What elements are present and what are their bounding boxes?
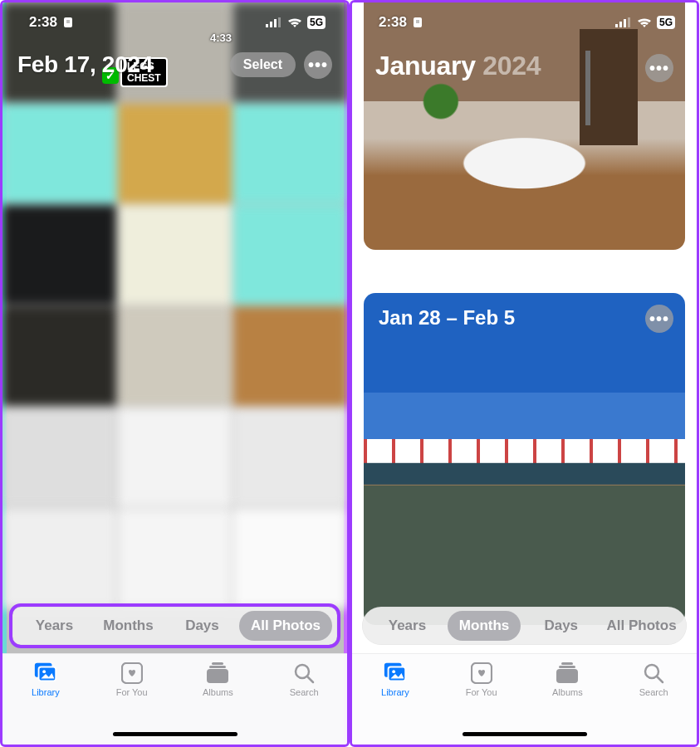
tab-for-you[interactable]: For You <box>438 662 525 697</box>
status-bar: 2:38 5G <box>352 2 697 42</box>
photo-thumb[interactable] <box>233 408 347 507</box>
month-title: January 2024 <box>375 51 541 81</box>
tab-albums[interactable]: Albums <box>175 662 262 697</box>
svg-rect-4 <box>274 19 277 27</box>
content-area: 2:38 5G 4:33 ✓ LEGSCHEST Feb 17, 2024 <box>2 2 347 745</box>
tab-label: Search <box>639 687 668 697</box>
svg-rect-5 <box>278 17 281 27</box>
svg-point-23 <box>392 670 395 673</box>
library-icon <box>33 662 58 684</box>
svg-rect-3 <box>270 22 272 27</box>
tab-for-you[interactable]: For You <box>89 662 175 697</box>
tab-label: Albums <box>203 687 233 697</box>
header-row: Feb 17, 2024 Select ••• <box>2 51 347 79</box>
svg-rect-10 <box>212 662 223 665</box>
wifi-icon <box>287 17 302 28</box>
status-bar: 2:38 5G <box>2 2 347 42</box>
svg-line-29 <box>657 676 663 682</box>
home-indicator[interactable] <box>463 732 587 736</box>
tab-search[interactable]: Search <box>610 662 697 697</box>
albums-icon <box>205 662 230 684</box>
tab-label: Search <box>290 687 319 697</box>
search-icon <box>291 662 316 684</box>
more-button[interactable]: ••• <box>304 51 332 79</box>
month-year: 2024 <box>482 51 541 81</box>
svg-rect-19 <box>624 19 626 27</box>
tab-label: Albums <box>552 687 583 697</box>
photo-thumb[interactable] <box>2 509 116 608</box>
svg-rect-2 <box>266 24 268 27</box>
tab-search[interactable]: Search <box>261 662 347 697</box>
svg-rect-17 <box>615 24 618 27</box>
tab-albums[interactable]: Albums <box>525 662 611 697</box>
wifi-icon <box>637 17 652 28</box>
week-card[interactable]: Jan 28 – Feb 5 ••• <box>364 293 685 625</box>
card-icon <box>412 17 423 28</box>
scope-years[interactable]: Years <box>17 611 91 641</box>
svg-rect-16 <box>416 20 419 23</box>
scope-all-photos[interactable]: All Photos <box>601 611 682 641</box>
scope-years[interactable]: Years <box>367 611 448 641</box>
svg-rect-25 <box>561 662 573 665</box>
time-scope-segmented[interactable]: Years Months Days All Photos <box>362 607 687 645</box>
time-scope-segmented[interactable]: Years Months Days All Photos <box>12 607 337 645</box>
date-title: Feb 17, 2024 <box>17 51 153 78</box>
albums-icon <box>555 662 580 684</box>
month-more-button[interactable]: ••• <box>645 54 673 82</box>
photo-thumb[interactable] <box>2 205 116 305</box>
for-you-icon <box>469 662 494 684</box>
scope-days[interactable]: Days <box>521 611 601 641</box>
photo-thumb[interactable] <box>233 509 347 608</box>
photo-thumb[interactable] <box>118 509 232 608</box>
signal-icon <box>266 17 282 27</box>
content-area: ••• 2:38 5G January 2024 <box>352 2 697 745</box>
for-you-icon <box>120 662 144 684</box>
photo-thumb[interactable] <box>233 205 347 305</box>
photo-thumb[interactable] <box>118 408 232 507</box>
week-more-button[interactable]: ••• <box>645 305 673 333</box>
home-indicator[interactable] <box>113 732 237 736</box>
svg-point-8 <box>42 670 46 673</box>
photo-thumb[interactable] <box>2 104 116 203</box>
scope-days[interactable]: Days <box>165 611 239 641</box>
photo-thumb[interactable] <box>2 408 116 507</box>
tab-label: For You <box>116 687 148 697</box>
tab-label: Library <box>381 687 409 697</box>
tab-label: Library <box>32 687 60 697</box>
tab-bar: Library For You Albums Search <box>2 653 347 745</box>
svg-line-14 <box>307 676 313 682</box>
photo-thumb[interactable] <box>233 104 347 203</box>
svg-rect-1 <box>66 20 70 23</box>
card-icon <box>62 17 74 28</box>
photo-thumb[interactable] <box>233 306 347 406</box>
scope-all-photos[interactable]: All Photos <box>239 611 332 641</box>
photo-thumb[interactable] <box>118 104 232 203</box>
library-icon <box>383 662 408 684</box>
signal-icon <box>615 17 632 27</box>
network-badge: 5G <box>307 16 326 29</box>
select-button[interactable]: Select <box>230 52 296 77</box>
svg-rect-12 <box>207 669 228 683</box>
svg-rect-7 <box>38 667 56 681</box>
photo-grid[interactable] <box>2 2 347 628</box>
scope-months[interactable]: Months <box>448 611 521 641</box>
month-name: January <box>375 51 476 81</box>
scope-months[interactable]: Months <box>91 611 165 641</box>
photo-thumb[interactable] <box>118 306 232 406</box>
photo-thumb[interactable] <box>2 306 116 406</box>
phone-left-all-photos: 2:38 5G 4:33 ✓ LEGSCHEST Feb 17, 2024 <box>0 0 350 747</box>
svg-rect-27 <box>556 669 578 683</box>
tab-library[interactable]: Library <box>2 662 89 697</box>
week-range: Jan 28 – Feb 5 <box>379 306 515 330</box>
tab-library[interactable]: Library <box>352 662 438 697</box>
svg-rect-22 <box>388 667 405 681</box>
search-icon <box>641 662 666 684</box>
status-time: 2:38 <box>29 14 57 31</box>
photo-thumb[interactable] <box>118 205 232 305</box>
svg-rect-11 <box>209 666 226 668</box>
phone-right-months: ••• 2:38 5G January 2024 <box>350 0 699 747</box>
svg-rect-18 <box>619 22 622 27</box>
svg-rect-26 <box>559 666 575 668</box>
svg-rect-20 <box>628 17 630 27</box>
tab-bar: Library For You Albums Search <box>352 653 697 745</box>
